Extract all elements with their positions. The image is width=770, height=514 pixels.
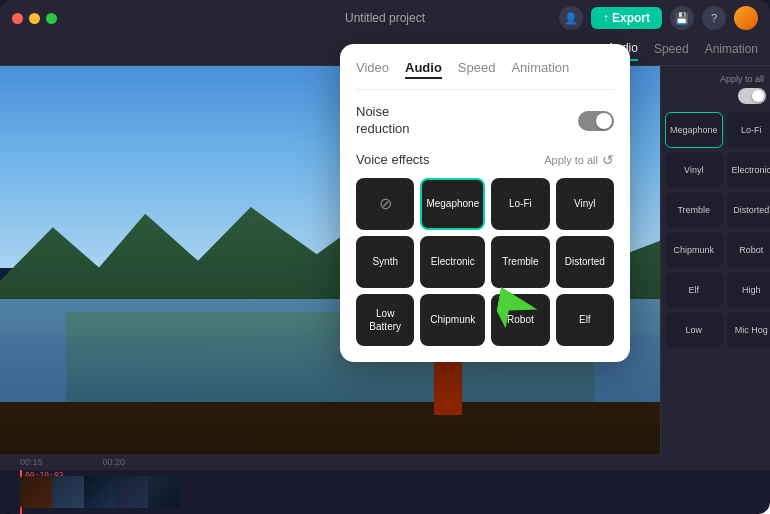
thumb-4 <box>116 476 148 508</box>
effect-megaphone-label: Megaphone <box>426 197 479 210</box>
none-icon: ⊘ <box>379 194 392 213</box>
voice-effects-header: Voice effects Apply to all ↺ <box>356 152 614 168</box>
effect-chipmunk[interactable]: Chipmunk <box>420 294 485 346</box>
effect-distorted-label: Distorted <box>565 255 605 268</box>
apply-all-text: Apply to all <box>544 154 598 166</box>
title-actions: 👤 ↑ Export 💾 ? <box>559 6 758 30</box>
save-icon[interactable]: 💾 <box>670 6 694 30</box>
minimize-btn[interactable] <box>29 13 40 24</box>
toggle-knob <box>596 113 612 129</box>
right-effect-elf[interactable]: Elf <box>665 272 723 308</box>
thumb-3 <box>84 476 116 508</box>
window-controls <box>12 13 57 24</box>
thumb-5 <box>148 476 180 508</box>
right-effect-michog[interactable]: Mic Hog <box>727 312 770 348</box>
title-bar: Untitled project 👤 ↑ Export 💾 ? <box>0 0 770 36</box>
effect-chipmunk-label: Chipmunk <box>430 313 475 326</box>
maximize-btn[interactable] <box>46 13 57 24</box>
right-effect-lofi[interactable]: Lo-Fi <box>727 112 770 148</box>
popup-tab-animation[interactable]: Animation <box>511 60 569 79</box>
thumbnail-strip <box>20 476 180 508</box>
effect-low-battery[interactable]: Low Battery <box>356 294 414 346</box>
effect-megaphone[interactable]: Megaphone <box>420 178 485 230</box>
user-profile-icon[interactable]: 👤 <box>559 6 583 30</box>
noise-reduction-label: Noisereduction <box>356 104 409 138</box>
effect-elf[interactable]: Elf <box>556 294 614 346</box>
export-button[interactable]: ↑ Export <box>591 7 662 29</box>
effect-tremble[interactable]: Tremble <box>491 236 549 288</box>
timeline-track[interactable]: 00:19:03 <box>0 470 770 514</box>
effect-distorted[interactable]: Distorted <box>556 236 614 288</box>
effect-lofi-label: Lo-Fi <box>509 197 532 210</box>
app-window: Untitled project 👤 ↑ Export 💾 ? Video Au… <box>0 0 770 514</box>
ruler-mark-20: 00:20 <box>103 457 126 467</box>
effect-none[interactable]: ⊘ <box>356 178 414 230</box>
tab-animation[interactable]: Animation <box>705 42 758 60</box>
effect-synth[interactable]: Synth <box>356 236 414 288</box>
effect-robot[interactable]: Robot <box>491 294 549 346</box>
voice-effects-label: Voice effects <box>356 152 429 167</box>
effect-low-battery-label: Low Battery <box>362 307 408 333</box>
apply-all-row: Apply to all ↺ <box>544 152 614 168</box>
effect-robot-label: Robot <box>507 313 534 326</box>
right-effect-distorted[interactable]: Distorted <box>727 192 770 228</box>
effect-tremble-label: Tremble <box>502 255 538 268</box>
person-body <box>434 355 462 415</box>
help-icon[interactable]: ? <box>702 6 726 30</box>
noise-toggle-knob-mini <box>752 90 764 102</box>
tab-speed[interactable]: Speed <box>654 42 689 60</box>
right-effect-low[interactable]: Low <box>665 312 723 348</box>
effect-lofi[interactable]: Lo-Fi <box>491 178 549 230</box>
right-effect-electronic[interactable]: Electronic <box>727 152 770 188</box>
thumb-2 <box>52 476 84 508</box>
thumb-1 <box>20 476 52 508</box>
effect-electronic-label: Electronic <box>431 255 475 268</box>
effect-elf-label: Elf <box>579 313 591 326</box>
effect-grid-right: Megaphone Lo-Fi Vinyl Electronic Tremble… <box>665 112 766 348</box>
window-title: Untitled project <box>345 11 425 25</box>
effect-vinyl-label: Vinyl <box>574 197 596 210</box>
popup-tab-video[interactable]: Video <box>356 60 389 79</box>
noise-reduction-row: Noisereduction <box>356 104 614 138</box>
timeline-strip: 00:15 00:20 00:19:03 <box>0 454 770 514</box>
right-effect-vinyl[interactable]: Vinyl <box>665 152 723 188</box>
effects-grid: ⊘ Megaphone Lo-Fi Vinyl Synth Electronic <box>356 178 614 346</box>
avatar[interactable] <box>734 6 758 30</box>
refresh-icon[interactable]: ↺ <box>602 152 614 168</box>
noise-toggle-mini[interactable] <box>738 88 766 104</box>
noise-reduction-toggle[interactable] <box>578 111 614 131</box>
right-effect-chipmunk[interactable]: Chipmunk <box>665 232 723 268</box>
popup-tabs: Video Audio Speed Animation <box>356 60 614 90</box>
effect-synth-label: Synth <box>372 255 398 268</box>
close-btn[interactable] <box>12 13 23 24</box>
effect-vinyl[interactable]: Vinyl <box>556 178 614 230</box>
right-panel: Apply to all Megaphone Lo-Fi Vinyl Elect <box>660 66 770 514</box>
apply-all-label: Apply to all <box>665 74 766 84</box>
timeline-ruler: 00:15 00:20 <box>0 454 770 470</box>
right-effect-high[interactable]: High <box>727 272 770 308</box>
effect-electronic[interactable]: Electronic <box>420 236 485 288</box>
audio-popup-panel: Video Audio Speed Animation Noisereducti… <box>340 44 630 362</box>
ruler-mark-15: 00:15 <box>20 457 43 467</box>
right-effect-robot[interactable]: Robot <box>727 232 770 268</box>
right-effect-megaphone[interactable]: Megaphone <box>665 112 723 148</box>
popup-tab-audio[interactable]: Audio <box>405 60 442 79</box>
right-effect-tremble[interactable]: Tremble <box>665 192 723 228</box>
popup-tab-speed[interactable]: Speed <box>458 60 496 79</box>
